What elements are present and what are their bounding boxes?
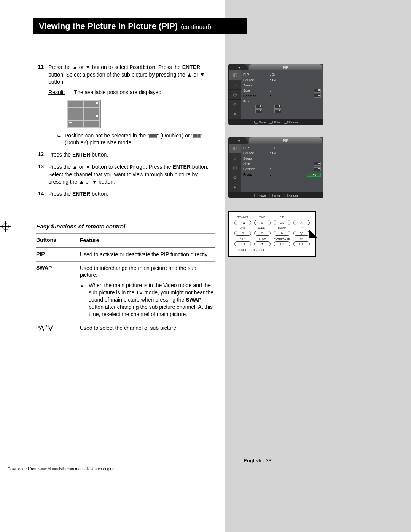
double2-icon xyxy=(193,134,201,138)
table-row: PIP Used to activate or deactivate the P… xyxy=(36,248,215,262)
result-text: The available positions are displayed: xyxy=(74,89,215,96)
osd-icon: ✦ xyxy=(229,109,241,119)
table-row: SWAP Used to interchange the main pictur… xyxy=(36,262,215,321)
text: button. Select a position of the sub pic… xyxy=(48,72,205,85)
result-label: Result: xyxy=(48,89,65,96)
pos-option-icon xyxy=(274,109,281,113)
step-number: 11 xyxy=(36,64,48,70)
remote-button: ⊙ xyxy=(254,220,271,225)
size-icon xyxy=(314,162,321,166)
remote-button: ►► xyxy=(293,241,310,246)
size-icon xyxy=(314,89,321,93)
osd-menu-list: PIP: On Source: TV Swap Size: Position: … xyxy=(241,144,323,192)
easy-functions-heading: Easy functions of remote control. xyxy=(36,223,215,230)
osd-menu-list: PIP: On Source: TV Swap Size: Position: … xyxy=(241,70,323,119)
feature-text: Used to interchange the main picture and… xyxy=(80,265,215,318)
remote-button: ⋀ xyxy=(293,220,310,225)
osd-title: PIP xyxy=(249,64,322,70)
button-name: SWAP xyxy=(36,265,80,318)
step-body: Press the ENTER button. xyxy=(48,151,215,158)
position-icon xyxy=(314,167,321,171)
feature-table: Buttons Feature PIP Used to activate or … xyxy=(36,233,215,335)
step-body: Press the ▲ or ▼ button to select Prog..… xyxy=(48,163,215,185)
main-content: 11 Press the ▲ or ▼ button to select Pos… xyxy=(36,61,215,335)
text-button-name: ENTER xyxy=(72,191,90,197)
osd-screenshot-prog: TV PIP ◧ ♪ ◷ ⚙ ✦ PIP: On Source: TV Swap… xyxy=(228,137,323,198)
callout-arrow-icon: ◣ xyxy=(309,226,317,239)
feature-text: Used to select the channel of sub pictur… xyxy=(80,324,215,332)
osd-icon-column: ◧ ♪ ◷ ⚙ ✦ xyxy=(229,144,241,192)
note-arrow-icon: ➢ xyxy=(80,282,85,318)
osd-icon: ♪ xyxy=(229,153,241,163)
remote-button: ⊡ xyxy=(254,231,271,236)
osd-icon: ◷ xyxy=(229,163,241,173)
table-header: Buttons Feature xyxy=(36,233,215,248)
note: ➢ Position can not be selected in the ""… xyxy=(56,132,215,147)
osd-icon: ⚙ xyxy=(229,100,241,110)
step-body: Press the ENTER button. xyxy=(48,190,215,198)
feature-text: Used to activate or deactivate the PIP f… xyxy=(80,251,215,258)
osd-icon: ◷ xyxy=(229,90,241,100)
remote-button: ■ xyxy=(254,241,271,246)
osd-icon-column: ◧ ♪ ◷ ⚙ ✦ xyxy=(229,70,241,119)
step-number: 14 xyxy=(36,190,48,197)
osd-footer: Move Enter Return xyxy=(229,192,323,198)
remote-button: ►II xyxy=(274,241,290,246)
osd-footer: Move Enter Return xyxy=(229,119,323,125)
button-name: PIP xyxy=(36,251,80,258)
table-row: P⋀ / ⋁ Used to select the channel of sub… xyxy=(36,321,215,335)
step-row: 12 Press the ENTER button. xyxy=(36,149,215,161)
osd-icon: ◧ xyxy=(229,144,241,153)
pos-option-icon xyxy=(274,105,281,109)
note-arrow-icon: ➢ xyxy=(56,132,61,147)
osd-tab: TV xyxy=(229,137,248,144)
step-row: 14 Press the ENTER button. xyxy=(36,188,215,200)
double1-icon xyxy=(149,134,157,138)
osd-highlighted-item: Prog.:P 6 xyxy=(243,172,321,177)
download-from-footer: Downloaded from www.Manualslib.com manua… xyxy=(8,467,115,471)
remote-button: ◄◄ xyxy=(234,241,251,246)
step-body: Press the ▲ or ▼ button to select Positi… xyxy=(48,64,215,146)
pos-option-icon xyxy=(255,109,262,113)
note-text: Position can not be selected in the "" (… xyxy=(65,132,215,147)
osd-icon: ♪ xyxy=(229,80,241,90)
remote-control-diagram: ◣ TTX/MIX TIME PIP ≡/⊠ ⊙ ON ⋀ DNIe SLEEP… xyxy=(228,211,316,257)
osd-screenshot-position: TV PIP ◧ ♪ ◷ ⚙ ✦ PIP: On Source: TV Swap… xyxy=(228,64,323,125)
text-menu-item: Position xyxy=(130,64,155,70)
page-title: Viewing the Picture In Picture (PIP) xyxy=(39,21,178,31)
remote-reset-label: RESET xyxy=(253,249,264,252)
col-header-buttons: Buttons xyxy=(36,237,80,244)
text: . Press the xyxy=(155,64,182,70)
remote-button: ↻ xyxy=(274,231,290,236)
step-number: 13 xyxy=(36,163,48,169)
page-footer: English - 33 xyxy=(244,458,271,463)
text-button-name: ENTER xyxy=(173,164,191,170)
col-header-feature: Feature xyxy=(80,237,215,244)
text: Press the ▲ or ▼ button to select xyxy=(48,64,130,70)
manualslib-link[interactable]: www.Manualslib.com xyxy=(38,467,74,471)
osd-tab: TV xyxy=(229,64,248,70)
position-grid-diagram xyxy=(67,100,101,128)
remote-set-label: SET xyxy=(238,249,247,252)
page-title-bar: Viewing the Picture In Picture (PIP) (co… xyxy=(33,18,247,34)
prog-value: P 6 xyxy=(307,173,321,177)
osd-icon: ✦ xyxy=(229,182,241,192)
remote-button: ON xyxy=(274,220,290,225)
step-number: 12 xyxy=(36,151,48,157)
pos-option-icon xyxy=(255,105,262,109)
remote-button: ≡/⊠ xyxy=(234,220,251,225)
step-row: 13 Press the ▲ or ▼ button to select Pro… xyxy=(36,161,215,188)
button-name: P⋀ / ⋁ xyxy=(36,324,80,332)
osd-title: PIP xyxy=(249,137,322,144)
osd-icon: ◧ xyxy=(229,70,241,80)
feature-note: ➢ When the main picture is in the Video … xyxy=(80,282,215,318)
position-icon xyxy=(314,94,321,98)
text-button-name: ENTER xyxy=(72,152,90,158)
osd-highlighted-item: Position: xyxy=(243,93,321,99)
text-button-name: ENTER xyxy=(182,64,200,70)
step-row: 11 Press the ▲ or ▼ button to select Pos… xyxy=(36,61,215,149)
remote-button: ⊡ xyxy=(234,231,251,236)
registration-mark xyxy=(0,221,11,232)
text-menu-item: Prog. xyxy=(130,164,146,170)
page-title-continued: (continued) xyxy=(181,24,211,30)
